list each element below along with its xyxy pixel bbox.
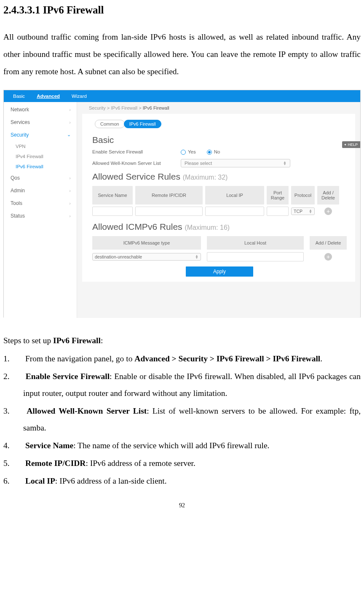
- help-button[interactable]: HELP: [342, 141, 360, 148]
- updown-icon: ▲▼: [283, 161, 286, 165]
- protocol-select[interactable]: TCP ▲▼: [291, 207, 315, 215]
- enable-firewall-label: Enable Service Firewall: [92, 149, 181, 154]
- select-placeholder: Please select: [185, 161, 212, 166]
- apply-button[interactable]: Apply: [186, 266, 253, 277]
- chevron-right-icon: ›: [69, 107, 71, 112]
- breadcrumb-current: IPv6 Firewall: [143, 105, 169, 110]
- sidebar-label: Security: [11, 132, 29, 138]
- nav-basic[interactable]: Basic: [7, 90, 31, 102]
- sidebar-label: Qos: [11, 175, 20, 181]
- step-3: Allowed Well-Known Server List: List of …: [3, 403, 361, 436]
- sidebar-label: Services: [11, 119, 30, 125]
- col-remote-ip: Remote IP/CIDR: [135, 186, 203, 205]
- plus-icon: +: [327, 208, 330, 215]
- router-ui-screenshot: Basic Advanced Wizard Network › Services…: [3, 90, 361, 318]
- sidebar-item-security[interactable]: Security ⌄: [4, 129, 77, 141]
- service-name-input[interactable]: [92, 207, 133, 216]
- nav-advanced[interactable]: Advanced: [31, 90, 66, 102]
- add-rule-button[interactable]: +: [324, 207, 332, 215]
- sidebar-item-tools[interactable]: Tools ›: [4, 197, 77, 210]
- remote-ip-input[interactable]: [135, 207, 203, 216]
- col-icmp-host: Local Host: [207, 236, 304, 250]
- step-4: Service Name: The name of the service wh…: [3, 437, 361, 454]
- local-ip-input[interactable]: [205, 207, 264, 216]
- add-icmp-rule-button[interactable]: +: [324, 253, 332, 261]
- allowed-list-label: Allowed Well-Known Server List: [92, 161, 181, 166]
- radio-no-label: No: [214, 149, 220, 154]
- step-1: From the navigation panel, go to Advance…: [3, 350, 361, 367]
- nav-wizard[interactable]: Wizard: [66, 90, 93, 102]
- radio-no[interactable]: No: [207, 149, 220, 155]
- breadcrumb-part: Security: [89, 105, 106, 110]
- top-nav: Basic Advanced Wizard: [4, 90, 360, 102]
- section-basic-title: Basic: [92, 135, 347, 145]
- col-add-delete: Add / Delete: [317, 186, 339, 205]
- allowed-server-select[interactable]: Please select ▲▼: [181, 159, 290, 167]
- col-icmp-add: Add / Delete: [310, 236, 347, 250]
- sidebar-item-qos[interactable]: Qos ›: [4, 172, 77, 184]
- chevron-right-icon: ›: [69, 120, 71, 125]
- sidebar-sub-ipv6-firewall[interactable]: IPv6 Firewall: [4, 161, 77, 172]
- intro-paragraph: All outbound traffic coming from lan-sid…: [3, 29, 361, 81]
- sidebar-item-admin[interactable]: Admin ›: [4, 184, 77, 197]
- chevron-right-icon: ›: [69, 175, 71, 180]
- tab-common[interactable]: Common: [95, 120, 125, 128]
- section-rules-title: Allowed Service Rules (Maximum: 32): [92, 172, 347, 182]
- chevron-right-icon: ›: [69, 188, 71, 193]
- breadcrumb: Security > IPv6 Firewall > IPv6 Firewall: [77, 104, 360, 114]
- icmp-type-select[interactable]: destination-unreachable ▲▼: [92, 253, 201, 261]
- chevron-down-icon: ⌄: [67, 132, 71, 137]
- chevron-right-icon: ›: [69, 201, 71, 206]
- col-local-ip: Local IP: [205, 186, 264, 205]
- step-2: Enable Service Firewall: Enable or disab…: [3, 368, 361, 402]
- sidebar-label: Network: [11, 107, 29, 113]
- plus-icon: +: [327, 253, 330, 260]
- protocol-value: TCP: [294, 209, 302, 214]
- settings-panel: Common IPv6 Firewall Basic Enable Servic…: [82, 114, 355, 282]
- radio-yes[interactable]: Yes: [181, 149, 196, 155]
- tab-ipv6-firewall[interactable]: IPv6 Firewall: [124, 120, 161, 128]
- sidebar: Network › Services › Security ⌄ VPN IPv4…: [4, 102, 77, 318]
- sidebar-label: Tools: [11, 200, 22, 206]
- page-number: 92: [3, 502, 361, 509]
- col-protocol: Protocol: [291, 186, 315, 205]
- icmp-local-host-input[interactable]: [207, 252, 304, 261]
- section-heading: 2.4.3.3.1 IPv6 Firewall: [3, 4, 361, 16]
- steps-intro: Steps to set up IPv6 Firewall:: [3, 332, 361, 349]
- updown-icon: ▲▼: [195, 255, 198, 259]
- icmp-type-value: destination-unreachable: [95, 254, 142, 259]
- chevron-right-icon: ›: [69, 213, 71, 218]
- updown-icon: ▲▼: [309, 209, 312, 213]
- sidebar-sub-vpn[interactable]: VPN: [4, 141, 77, 151]
- step-5: Remote IP/CIDR: IPv6 address of a remote…: [3, 455, 361, 472]
- port-range-input[interactable]: [267, 207, 289, 216]
- col-port-range: Port Range: [267, 186, 289, 205]
- step-6: Local IP: IPv6 address of a lan-side cli…: [3, 473, 361, 490]
- col-service-name: Service Name: [92, 186, 133, 205]
- sidebar-item-services[interactable]: Services ›: [4, 116, 77, 129]
- sidebar-label: Status: [11, 213, 25, 219]
- help-label: HELP: [348, 143, 358, 147]
- steps-list: From the navigation panel, go to Advance…: [3, 350, 361, 490]
- radio-yes-label: Yes: [188, 149, 196, 154]
- content-area: Security > IPv6 Firewall > IPv6 Firewall…: [77, 102, 360, 318]
- breadcrumb-part: IPv6 Firewall: [111, 105, 137, 110]
- sidebar-sub-ipv4-firewall[interactable]: IPv4 Firewall: [4, 151, 77, 161]
- section-icmp-title: Allowed ICMPv6 Rules (Maximum: 16): [92, 222, 347, 232]
- sidebar-item-status[interactable]: Status ›: [4, 210, 77, 222]
- sidebar-item-network[interactable]: Network ›: [4, 103, 77, 116]
- tabs: Common IPv6 Firewall: [92, 120, 347, 128]
- sidebar-label: Admin: [11, 188, 25, 194]
- col-icmp-type: ICMPv6 Message type: [92, 236, 201, 250]
